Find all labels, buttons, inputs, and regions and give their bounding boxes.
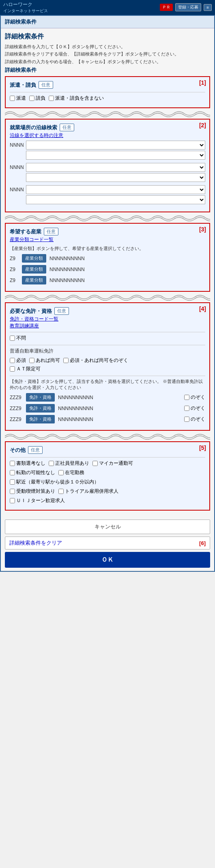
other-option-6[interactable]: 受動喫煙対策あり (10, 488, 55, 495)
section-1-badge: 任意 (39, 81, 53, 89)
nozoku-option-0[interactable]: のぞく (184, 394, 205, 401)
haken-check-1[interactable] (29, 96, 34, 101)
login-button[interactable]: 登録・応募 (175, 3, 201, 11)
car-option-0[interactable]: 必須 (10, 357, 26, 364)
ok-button[interactable]: ＯＫ (5, 552, 210, 568)
license-btn-0[interactable]: 免許・資格 (26, 393, 55, 402)
other-option-8[interactable]: ＵＩＪターン歓迎求人 (10, 497, 65, 504)
section-3-link[interactable]: 産業分類コード一覧 (10, 236, 205, 243)
section-main-label: 詳細検索条件 (5, 66, 210, 74)
modal-container: 詳細検索条件 詳細検索条件 詳細検索条件を入力して【ＯＫ】ボタンを押してください… (0, 15, 215, 572)
car-option-1[interactable]: あれば尚可 (29, 357, 60, 364)
car-check-1[interactable] (29, 358, 34, 363)
section-4-links: 免許・資格コード一覧 教育訓練講座 (10, 316, 205, 329)
other-check-6[interactable] (10, 489, 15, 494)
location-select-0-0[interactable] (26, 141, 205, 150)
at-check[interactable] (10, 366, 15, 372)
clear-button[interactable]: 詳細検索条件をクリア [6] (5, 537, 210, 549)
section-4-link2[interactable]: 教育訓練講座 (10, 323, 39, 329)
haken-check-2[interactable] (49, 96, 54, 101)
haken-option-2[interactable]: 派遣・請負を含まない (49, 95, 104, 102)
location-row-2-sub (10, 195, 205, 204)
other-check-0[interactable] (10, 461, 15, 466)
haken-check-0[interactable] (10, 96, 15, 101)
industry-row-1: Z9 産業分類 NNNNNNNNNN (10, 265, 205, 274)
haken-option-0[interactable]: 派遣 (10, 95, 26, 102)
other-check-8[interactable] (10, 498, 15, 503)
nozoku-option-2[interactable]: のぞく (184, 416, 205, 423)
other-option-4[interactable]: 在宅勤務 (58, 469, 84, 476)
car-options: 必須 あれば尚可 必須・あれば尚可をのぞく (10, 357, 205, 364)
location-select-0-1[interactable] (26, 151, 205, 160)
modal-title: 詳細検索条件 (5, 19, 37, 25)
car-check-2[interactable] (63, 358, 69, 363)
location-select-1-1[interactable] (26, 173, 205, 182)
car-check-0[interactable] (10, 358, 15, 363)
section-5-title: その他 (10, 447, 26, 454)
top-bar: ハローワーク インターネットサービス ＰＲ 登録・応募 ≡ (0, 0, 215, 15)
other-row-1: 転勤の可能性なし 在宅勤務 (10, 469, 205, 476)
industry-btn-2[interactable]: 産業分類 (22, 276, 46, 284)
location-group-2: NNNN (10, 185, 205, 204)
location-row-0-label: NNNN (10, 141, 205, 150)
modal-heading: 詳細検索条件 (5, 32, 210, 41)
section-5-title-row: その他 任意 (10, 446, 205, 454)
other-option-2[interactable]: マイカー通勤可 (92, 460, 133, 467)
industry-btn-1[interactable]: 産業分類 (22, 265, 46, 274)
wave-divider-1 (5, 110, 210, 117)
pr-button[interactable]: ＰＲ (160, 4, 173, 11)
wave-divider-3 (5, 293, 210, 301)
section-1-title-row: 派遣・請負 任意 (10, 81, 205, 89)
section-2-link[interactable]: 沿線を選択する時の注意 (10, 132, 205, 139)
location-group-1: NNNN (10, 163, 205, 182)
license-row-2: ZZZ9 免許・資格 NNNNNNNNNN のぞく (10, 415, 205, 423)
top-bar-actions: ＰＲ 登録・応募 ≡ (160, 3, 212, 11)
section-4-link1[interactable]: 免許・資格コード一覧 (10, 316, 58, 322)
cancel-button[interactable]: キャンセル (5, 520, 210, 534)
section-5-other: [5] その他 任意 書類選考なし 正社員登用あり (5, 441, 210, 511)
nozoku-check-1[interactable] (184, 406, 189, 411)
location-select-2-0[interactable] (26, 185, 205, 194)
location-select-2-1[interactable] (26, 195, 205, 204)
modal-title-bar: 詳細検索条件 (1, 16, 214, 28)
other-row-3: 受動喫煙対策あり トライアル雇用併用求人 (10, 488, 205, 495)
other-option-3[interactable]: 転勤の可能性なし (10, 469, 55, 476)
location-select-1-0[interactable] (26, 163, 205, 172)
nozoku-check-0[interactable] (184, 395, 189, 400)
nozoku-check-2[interactable] (184, 417, 189, 422)
modal-instructions: 詳細検索条件を入力して【ＯＫ】ボタンを押してください。 詳細検索条件をクリアする… (5, 43, 210, 65)
section-4-title-row: 必要な免許・資格 任意 (10, 307, 205, 315)
industry-btn-0[interactable]: 産業分類 (22, 254, 46, 263)
other-check-4[interactable] (58, 470, 64, 475)
at-option[interactable]: ＡＴ限定可 (10, 366, 205, 372)
other-option-7[interactable]: トライアル雇用併用求人 (58, 488, 118, 495)
other-option-5[interactable]: 駅近（最寄り駅から徒歩１０分以内） (10, 479, 99, 485)
other-check-1[interactable] (49, 461, 54, 466)
section-4-instruction: 【免許・資格】ボタンを押して、該当する免許・資格を選択してください。 ※普通自動… (10, 378, 205, 391)
license-btn-1[interactable]: 免許・資格 (26, 404, 55, 413)
other-option-0[interactable]: 書類選考なし (10, 460, 45, 467)
location-row-0-sub (10, 151, 205, 160)
other-check-5[interactable] (10, 479, 15, 485)
other-row-4: ＵＩＪターン歓迎求人 (10, 497, 205, 504)
other-check-2[interactable] (92, 461, 98, 466)
fuman-option[interactable]: 不問 (10, 335, 205, 342)
wave-divider-4 (5, 432, 210, 440)
section-5-badge: 任意 (28, 446, 43, 454)
menu-button[interactable]: ≡ (204, 4, 212, 11)
section-3-title-row: 希望する産業 任意 (10, 228, 205, 235)
modal-body: 詳細検索条件 詳細検索条件を入力して【ＯＫ】ボタンを押してください。 詳細検索条… (1, 28, 214, 517)
fuman-check[interactable] (10, 336, 15, 341)
section-3-title: 希望する産業 (10, 228, 41, 235)
other-option-1[interactable]: 正社員登用あり (49, 460, 89, 467)
license-btn-2[interactable]: 免許・資格 (26, 415, 55, 423)
other-check-7[interactable] (58, 489, 64, 494)
other-check-3[interactable] (10, 470, 15, 475)
section-4-title: 必要な免許・資格 (10, 308, 52, 315)
haken-option-1[interactable]: 請負 (29, 95, 45, 102)
nozoku-option-1[interactable]: のぞく (184, 405, 205, 412)
section-1-number: [1] (199, 79, 206, 86)
license-row-0: ZZZ9 免許・資格 NNNNNNNNNN のぞく (10, 393, 205, 402)
car-option-2[interactable]: 必須・あれば尚可をのぞく (63, 357, 128, 364)
location-row-1-sub (10, 173, 205, 182)
